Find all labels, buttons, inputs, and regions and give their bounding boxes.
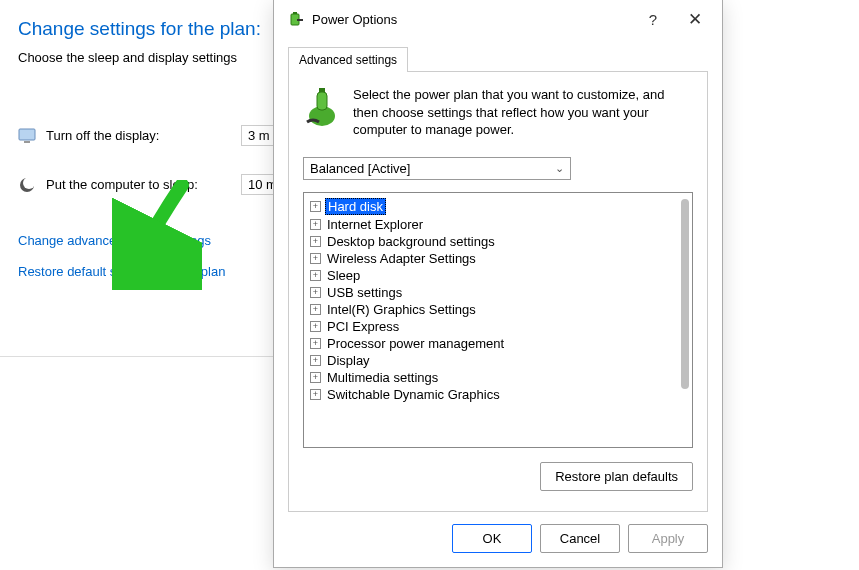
svg-rect-7 — [297, 19, 303, 21]
svg-rect-0 — [19, 129, 35, 140]
sleep-timeout-label: Put the computer to sleep: — [46, 177, 231, 192]
settings-tree: +Hard disk+Internet Explorer+Desktop bac… — [303, 192, 693, 448]
svg-rect-9 — [317, 92, 327, 110]
ok-button[interactable]: OK — [452, 524, 532, 553]
tree-item-label: Desktop background settings — [325, 234, 497, 249]
expand-icon[interactable]: + — [310, 355, 321, 366]
tree-item[interactable]: +Hard disk — [310, 197, 692, 216]
expand-icon[interactable]: + — [310, 270, 321, 281]
tree-item[interactable]: +PCI Express — [310, 318, 692, 335]
battery-icon — [288, 11, 304, 27]
expand-icon[interactable]: + — [310, 338, 321, 349]
power-options-dialog: Power Options ? ✕ Advanced settings Sele… — [273, 0, 723, 568]
intro-text: Select the power plan that you want to c… — [353, 86, 693, 139]
plan-select[interactable]: Balanced [Active] ⌄ — [303, 157, 571, 180]
monitor-icon — [18, 127, 36, 145]
tree-item[interactable]: +Multimedia settings — [310, 369, 692, 386]
tree-item[interactable]: +Intel(R) Graphics Settings — [310, 301, 692, 318]
display-timeout-label: Turn off the display: — [46, 128, 231, 143]
power-plan-icon — [303, 86, 341, 128]
expand-icon[interactable]: + — [310, 287, 321, 298]
expand-icon[interactable]: + — [310, 201, 321, 212]
tree-item[interactable]: +Desktop background settings — [310, 233, 692, 250]
scrollbar[interactable] — [681, 199, 689, 389]
tab-advanced-settings[interactable]: Advanced settings — [288, 47, 408, 72]
svg-point-3 — [23, 177, 35, 189]
chevron-down-icon: ⌄ — [555, 162, 564, 175]
tree-item-label: Sleep — [325, 268, 362, 283]
tree-item-label: Display — [325, 353, 372, 368]
tree-item[interactable]: +Switchable Dynamic Graphics — [310, 386, 692, 403]
apply-button[interactable]: Apply — [628, 524, 708, 553]
help-button[interactable]: ? — [642, 8, 664, 30]
tree-item[interactable]: +Wireless Adapter Settings — [310, 250, 692, 267]
tree-item[interactable]: +Display — [310, 352, 692, 369]
expand-icon[interactable]: + — [310, 253, 321, 264]
tree-item-label: USB settings — [325, 285, 404, 300]
restore-plan-defaults-button[interactable]: Restore plan defaults — [540, 462, 693, 491]
tree-item-label: Wireless Adapter Settings — [325, 251, 478, 266]
tree-item[interactable]: +Internet Explorer — [310, 216, 692, 233]
svg-rect-1 — [24, 141, 30, 143]
expand-icon[interactable]: + — [310, 304, 321, 315]
dialog-footer: OK Cancel Apply — [274, 512, 722, 567]
tree-item-label: Processor power management — [325, 336, 506, 351]
expand-icon[interactable]: + — [310, 236, 321, 247]
tree-item-label: PCI Express — [325, 319, 401, 334]
tree-item-label: Multimedia settings — [325, 370, 440, 385]
tree-item-label: Switchable Dynamic Graphics — [325, 387, 502, 402]
expand-icon[interactable]: + — [310, 219, 321, 230]
plan-select-value: Balanced [Active] — [310, 161, 410, 176]
titlebar: Power Options ? ✕ — [274, 0, 722, 40]
expand-icon[interactable]: + — [310, 321, 321, 332]
close-button[interactable]: ✕ — [684, 8, 706, 30]
cancel-button[interactable]: Cancel — [540, 524, 620, 553]
tree-item-label: Intel(R) Graphics Settings — [325, 302, 478, 317]
display-timeout-value[interactable]: 3 m — [241, 125, 277, 146]
divider — [0, 356, 273, 357]
advanced-tab-panel: Select the power plan that you want to c… — [288, 71, 708, 512]
dialog-title: Power Options — [312, 12, 634, 27]
tree-item[interactable]: +Sleep — [310, 267, 692, 284]
tree-item-label: Hard disk — [325, 198, 386, 215]
expand-icon[interactable]: + — [310, 389, 321, 400]
tree-item[interactable]: +USB settings — [310, 284, 692, 301]
tree-item[interactable]: +Processor power management — [310, 335, 692, 352]
svg-rect-6 — [293, 12, 297, 14]
tree-item-label: Internet Explorer — [325, 217, 425, 232]
moon-icon — [18, 176, 36, 194]
svg-rect-10 — [319, 88, 325, 92]
expand-icon[interactable]: + — [310, 372, 321, 383]
